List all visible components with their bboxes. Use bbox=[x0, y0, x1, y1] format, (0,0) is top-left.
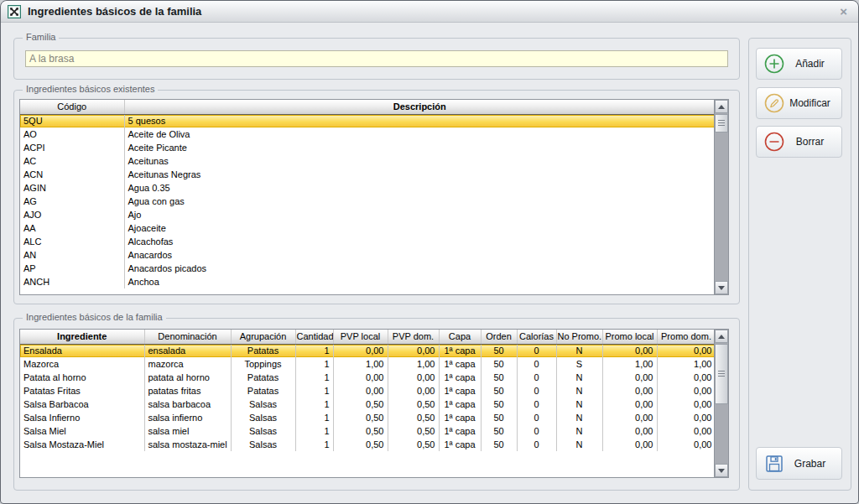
column-header-no-promo-[interactable]: No Promo. bbox=[556, 330, 602, 344]
cell: 0,00 bbox=[602, 424, 657, 438]
modificar-button-label: Modificar bbox=[785, 97, 835, 109]
table-row[interactable]: Salsa Mielsalsa mielSalsas10,500,501ª ca… bbox=[20, 424, 716, 438]
cell: 0 bbox=[517, 384, 556, 397]
grabar-button[interactable]: Grabar bbox=[756, 447, 842, 480]
column-header-descripción[interactable]: Descripción bbox=[124, 100, 716, 114]
scroll-up-button[interactable] bbox=[715, 100, 728, 113]
cell: 0,50 bbox=[388, 411, 439, 424]
column-header-orden[interactable]: Orden bbox=[481, 330, 517, 344]
column-header-promo-local[interactable]: Promo local bbox=[602, 330, 657, 344]
column-header-promo-dom-[interactable]: Promo dom. bbox=[657, 330, 716, 344]
table-row[interactable]: AJOAjo bbox=[20, 208, 716, 221]
anadir-button[interactable]: Añadir bbox=[756, 48, 842, 80]
cell: 1 bbox=[295, 344, 333, 357]
modificar-button[interactable]: Modificar bbox=[756, 87, 842, 119]
scrollbar-thumb[interactable] bbox=[715, 344, 728, 404]
cell: 1 bbox=[295, 424, 333, 438]
cell: Agua 0.35 bbox=[124, 181, 716, 195]
column-header-denominación[interactable]: Denominación bbox=[144, 330, 231, 344]
column-header-pvp-dom-[interactable]: PVP dom. bbox=[388, 330, 439, 344]
anadir-button-label: Añadir bbox=[785, 58, 835, 70]
table-row[interactable]: AOAceite de Oliva bbox=[20, 127, 716, 141]
table-row[interactable]: 5QU5 quesos bbox=[20, 114, 716, 127]
existing-grid-scrollbar[interactable] bbox=[714, 100, 728, 294]
table-row[interactable]: Patatas Fritaspatatas fritasPatatas10,00… bbox=[20, 384, 716, 397]
table-row[interactable]: Salsa Barbacoasalsa barbacoaSalsas10,500… bbox=[20, 397, 716, 411]
cell: Patata al horno bbox=[20, 371, 144, 384]
cell: Alcachofas bbox=[124, 235, 716, 248]
cell: AA bbox=[20, 221, 124, 235]
family-ingredients-group: Ingredientes básicos de la familia Ingre… bbox=[13, 318, 740, 491]
cell: 1,00 bbox=[657, 357, 716, 371]
table-row[interactable]: ANAnacardos bbox=[20, 248, 716, 262]
cell: 1 bbox=[295, 438, 333, 451]
cell: 1 bbox=[295, 371, 333, 384]
table-row[interactable]: MazorcamazorcaToppings11,001,001ª capa50… bbox=[20, 357, 716, 371]
cell: salsa mostaza-miel bbox=[144, 438, 231, 451]
scroll-up-button[interactable] bbox=[715, 330, 728, 343]
column-header-agrupación[interactable]: Agrupación bbox=[231, 330, 295, 344]
column-header-capa[interactable]: Capa bbox=[439, 330, 481, 344]
cell: 0 bbox=[517, 397, 556, 411]
column-header-ingrediente[interactable]: Ingrediente bbox=[20, 330, 144, 344]
table-row[interactable]: ACPIAceite Picante bbox=[20, 141, 716, 154]
table-row[interactable]: Salsa Mostaza-Mielsalsa mostaza-mielSals… bbox=[20, 438, 716, 451]
cell: 50 bbox=[481, 384, 517, 397]
column-header-calorías[interactable]: Calorías bbox=[517, 330, 556, 344]
table-row[interactable]: ALCAlcachofas bbox=[20, 235, 716, 248]
table-row[interactable]: APAnacardos picados bbox=[20, 262, 716, 275]
cell: mazorca bbox=[144, 357, 231, 371]
cell: 50 bbox=[481, 438, 517, 451]
cell: Aceite de Oliva bbox=[124, 127, 716, 141]
cell: 0 bbox=[517, 424, 556, 438]
actions-panel: Añadir Modificar Borrar Grabar bbox=[748, 38, 851, 491]
cell: 0,00 bbox=[388, 384, 439, 397]
cell: 5 quesos bbox=[124, 114, 716, 127]
cell: 1ª capa bbox=[439, 344, 481, 357]
cell: 0,00 bbox=[657, 384, 716, 397]
cell: 1 bbox=[295, 411, 333, 424]
family-grid-scrollbar[interactable] bbox=[714, 330, 728, 477]
scrollbar-thumb[interactable] bbox=[715, 114, 728, 132]
cell: 0 bbox=[517, 438, 556, 451]
table-row[interactable]: Salsa Infiernosalsa infiernoSalsas10,500… bbox=[20, 411, 716, 424]
plus-circle-icon bbox=[763, 53, 785, 75]
cell: Salsa Mostaza-Miel bbox=[20, 438, 144, 451]
familia-group-label: Familia bbox=[23, 32, 59, 42]
column-header-cantidad[interactable]: Cantidad bbox=[295, 330, 333, 344]
column-header-código[interactable]: Código bbox=[20, 100, 124, 114]
borrar-button-label: Borrar bbox=[785, 136, 835, 148]
borrar-button[interactable]: Borrar bbox=[756, 126, 842, 158]
table-row[interactable]: AAAjoaceite bbox=[20, 221, 716, 235]
cell: patata al horno bbox=[144, 371, 231, 384]
existing-ingredients-grid[interactable]: CódigoDescripción5QU5 quesosAOAceite de … bbox=[19, 99, 729, 295]
cell: 0,50 bbox=[388, 438, 439, 451]
column-header-pvp-local[interactable]: PVP local bbox=[333, 330, 388, 344]
family-ingredients-grid[interactable]: IngredienteDenominaciónAgrupaciónCantida… bbox=[19, 329, 729, 478]
table-row[interactable]: ANCHAnchoa bbox=[20, 275, 716, 288]
cell: Salsa Barbacoa bbox=[20, 397, 144, 411]
existing-ingredients-label: Ingredientes básicos existentes bbox=[23, 84, 158, 94]
familia-group: Familia bbox=[13, 38, 740, 80]
scroll-down-button[interactable] bbox=[715, 281, 728, 294]
table-row[interactable]: AGAgua con gas bbox=[20, 195, 716, 208]
cell: Toppings bbox=[231, 357, 295, 371]
table-row[interactable]: AGINAgua 0.35 bbox=[20, 181, 716, 195]
scroll-down-button[interactable] bbox=[715, 464, 728, 477]
cell: 0,00 bbox=[388, 371, 439, 384]
cell: 0 bbox=[517, 371, 556, 384]
close-button[interactable]: × bbox=[837, 5, 850, 18]
cell: N bbox=[556, 424, 602, 438]
cell: N bbox=[556, 397, 602, 411]
cell: AGIN bbox=[20, 181, 124, 195]
cell: 0,00 bbox=[657, 438, 716, 451]
table-row[interactable]: Patata al hornopatata al hornoPatatas10,… bbox=[20, 371, 716, 384]
table-row[interactable]: ACNAceitunas Negras bbox=[20, 168, 716, 181]
cell: 1 bbox=[295, 384, 333, 397]
table-row[interactable]: ACAceitunas bbox=[20, 154, 716, 168]
cell: 0 bbox=[517, 344, 556, 357]
cell: Salsas bbox=[231, 411, 295, 424]
table-row[interactable]: EnsaladaensaladaPatatas10,000,001ª capa5… bbox=[20, 344, 716, 357]
cell: Ensalada bbox=[20, 344, 144, 357]
familia-input[interactable] bbox=[25, 50, 728, 67]
